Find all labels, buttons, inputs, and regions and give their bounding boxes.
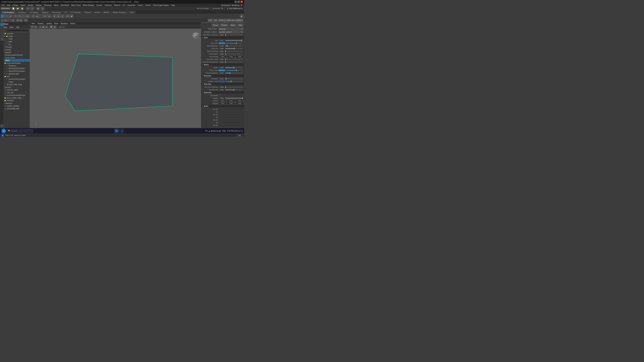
- menu-create[interactable]: Create: [12, 4, 19, 6]
- outliner-item-default-objset[interactable]: ⊡ ⊡ defaultObjectSet: [0, 107, 30, 110]
- opacity-track[interactable]: [225, 98, 243, 98]
- menu-mesh-tools[interactable]: Mesh Tools: [70, 4, 82, 6]
- vp-btn-shadow[interactable]: ◐: [53, 26, 56, 28]
- minimize-button[interactable]: ─: [234, 1, 237, 3]
- outliner-menu-help[interactable]: Help: [15, 26, 21, 28]
- vp-btn-camera[interactable]: 📷: [30, 26, 34, 28]
- thin-film-thickness-track[interactable]: [225, 87, 243, 87]
- thin-film-section-header[interactable]: ▼ Thin Film: [201, 83, 244, 86]
- tool-loop[interactable]: ⊟: [43, 14, 47, 18]
- tool-bridge[interactable]: ⬛: [39, 14, 43, 18]
- emission-color-swatch[interactable]: [218, 81, 225, 82]
- outliner-item-door2[interactable]: ⬛ door01G3O1chandle1: [0, 70, 30, 72]
- aov-id2-track[interactable]: [219, 114, 243, 115]
- open-btn[interactable]: 📂: [16, 6, 20, 10]
- maximize-button[interactable]: □: [238, 1, 240, 3]
- outliner-item-coffee-table[interactable]: ▶ 📁 Entry_Coffee_Table...: [0, 96, 30, 99]
- menu-file[interactable]: File: [1, 4, 6, 6]
- move-btn[interactable]: ✛: [41, 6, 44, 10]
- right-panel-content[interactable]: Data Model: Material6 ▼ standard_surface…: [201, 27, 244, 128]
- outliner-item-ground0[interactable]: ⬛ Ground0: [0, 45, 30, 48]
- taskbar-app-1[interactable]: M: [114, 129, 119, 133]
- presets-btn[interactable]: Presets: [220, 24, 228, 27]
- sheen-color-track[interactable]: [226, 70, 243, 71]
- outliner-item-uraga[interactable]: ⬛ Uraga: [0, 80, 30, 83]
- vp-btn-wireframe[interactable]: □: [39, 26, 42, 28]
- sheen-roughness-track[interactable]: [225, 73, 243, 73]
- tangent-z[interactable]: 0.000: [236, 103, 244, 105]
- emission-track[interactable]: [225, 78, 243, 79]
- coat-normal-z[interactable]: 0.000: [236, 56, 244, 58]
- select-btn[interactable]: ▶: [36, 6, 40, 10]
- tab-rigging[interactable]: Rigging: [40, 11, 50, 14]
- subsurface-anisotropy-track[interactable]: [225, 34, 243, 35]
- menu-uv[interactable]: UV: [122, 4, 126, 6]
- thin-walled-checkbox[interactable]: [218, 95, 220, 96]
- tool-separate[interactable]: ⊗: [56, 14, 60, 18]
- aov-id4-track[interactable]: [219, 125, 243, 126]
- start-button[interactable]: ⊞: [1, 129, 6, 133]
- sub-camera[interactable]: 📷: [24, 19, 28, 22]
- sub-btn-2[interactable]: ⬡: [4, 19, 7, 22]
- outliner-item-flendo[interactable]: ▶ 📁 Flendo01: [0, 99, 30, 102]
- tab-mash[interactable]: MASH: [102, 11, 111, 14]
- menu-display[interactable]: Display: [35, 4, 43, 6]
- emission-section-header[interactable]: ▼ Emission: [201, 74, 244, 77]
- menu-cache[interactable]: Cache: [136, 4, 144, 6]
- outliner-item-bathroom[interactable]: ▼ 📁 bathroom: [0, 102, 30, 105]
- taskbar-steam[interactable]: ♨: [120, 129, 124, 133]
- focus-btn[interactable]: Focus: [212, 24, 219, 27]
- tool-paint[interactable]: 🖌: [9, 14, 12, 18]
- sheen-color-swatch[interactable]: [218, 69, 225, 71]
- aov-id4-sub-track[interactable]: [219, 128, 243, 128]
- aov-id2-sub-track[interactable]: [219, 117, 243, 118]
- tool-mirror[interactable]: ⟺: [66, 14, 70, 18]
- vp-menu-view[interactable]: View: [30, 22, 36, 25]
- undo-btn[interactable]: ↩: [26, 6, 30, 10]
- menu-flow-graph[interactable]: Flow Graph Engine: [152, 4, 170, 6]
- menu-curves[interactable]: Curves: [96, 4, 103, 6]
- taskbar-search-input[interactable]: [11, 130, 32, 132]
- sub-grid[interactable]: ⊞: [20, 19, 22, 22]
- tool-select[interactable]: ↖: [1, 14, 4, 18]
- outliner-item-cameras[interactable]: ▶ 📁 cameras: [0, 32, 30, 35]
- thin-film-ior-track[interactable]: [225, 89, 243, 90]
- std-surface-dropdown[interactable]: standard_surface1 ▼: [218, 31, 244, 33]
- coat-roughness-track[interactable]: [225, 45, 243, 46]
- menu-mesh[interactable]: Mesh: [53, 4, 59, 6]
- gamma-field[interactable]: 1.00: [213, 19, 218, 22]
- tool-smooth[interactable]: ◉: [70, 14, 74, 18]
- aov-id1-sub-track[interactable]: [219, 112, 243, 112]
- outliner-item-bathrack[interactable]: ✦ ✦ bathrack_light: [0, 72, 30, 75]
- colorspace-btn[interactable]: ACES 1.0 SDR-video (sRGB) ▼: [218, 19, 244, 22]
- vp-btn-smooth[interactable]: ◉: [42, 26, 45, 28]
- normal-y[interactable]: 0.000: [227, 100, 235, 102]
- exposure-field[interactable]: 0.00: [208, 19, 212, 22]
- outliner-item-lamps[interactable]: ▶ 📁 lamps: [0, 35, 30, 37]
- coat-affect-roughness-track[interactable]: [225, 62, 243, 62]
- tool-lasso[interactable]: ⬡: [5, 14, 8, 18]
- tab-sculpting[interactable]: Sculpting: [16, 11, 27, 14]
- tool-extrude[interactable]: ⬡: [31, 14, 35, 18]
- outliner-item-project4[interactable]: ▶ 📁 project4: [0, 51, 30, 54]
- tab-arnold[interactable]: Arnold: [92, 11, 102, 14]
- new-btn[interactable]: 📄: [12, 6, 15, 10]
- sub-btn-3[interactable]: ⬛: [8, 19, 11, 22]
- normal-x[interactable]: 0.000: [218, 100, 226, 102]
- main-viewport[interactable]: View Shading Lighting Show Renderer Pane…: [30, 22, 201, 132]
- outliner-item-graphics1[interactable]: ⬛ Graphics1: [0, 64, 30, 67]
- vp-btn-light[interactable]: 💡: [50, 26, 53, 28]
- tab-fx[interactable]: FX: [62, 11, 68, 14]
- tab-custom[interactable]: Custom: [82, 11, 92, 14]
- workspace-dropdown[interactable]: Workspace: Modeling - ▼: [220, 4, 244, 6]
- coat-color-track[interactable]: [226, 43, 243, 43]
- redo-btn[interactable]: ↪: [30, 6, 34, 10]
- vp-menu-shading[interactable]: Shading: [36, 22, 45, 25]
- menu-mesh-display[interactable]: Mesh Display: [82, 4, 95, 6]
- menu-modify[interactable]: Modify: [27, 4, 34, 6]
- coat-track[interactable]: [225, 40, 243, 41]
- tool-combine[interactable]: ⊕: [52, 14, 56, 18]
- tool-scale[interactable]: ⤡: [22, 14, 26, 18]
- menu-surfaces[interactable]: Surfaces: [104, 4, 113, 6]
- sub-btn-4[interactable]: ⊟: [12, 19, 14, 22]
